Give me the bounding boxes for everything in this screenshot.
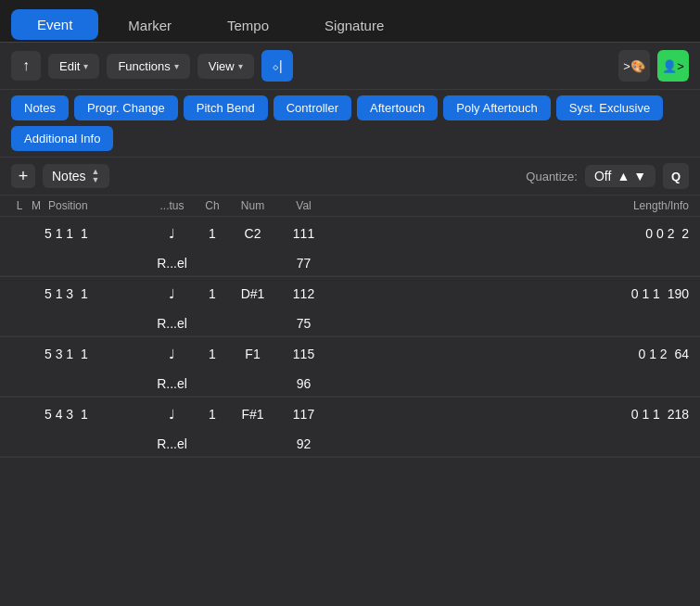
tab-event[interactable]: Event xyxy=(11,9,98,40)
cell-l-1 xyxy=(11,217,28,250)
sub-num-3 xyxy=(227,371,278,396)
cell-length-4: 0 1 1 218 xyxy=(329,398,689,431)
filter-pitch-bend[interactable]: Pitch Bend xyxy=(184,95,268,120)
col-header-status: ...tus xyxy=(146,199,197,212)
cell-val-3: 115 xyxy=(278,337,329,371)
sub-pos-3 xyxy=(45,371,146,396)
filter-row: Notes Progr. Change Pitch Bend Controlle… xyxy=(0,90,700,158)
event-type-selector[interactable]: Notes ▲ ▼ xyxy=(43,164,109,188)
functions-menu-button[interactable]: Functions ▾ xyxy=(107,54,189,79)
table-header: L M Position ...tus Ch Num Val Length/In… xyxy=(0,196,700,217)
cell-val-1: 111 xyxy=(278,217,329,250)
cell-status-3: ♩ xyxy=(146,337,197,371)
sub-status-1: R...el xyxy=(146,250,197,275)
toolbar: ↑ Edit ▾ Functions ▾ View ▾ ⬦| >🎨 👤> xyxy=(0,43,700,90)
sub-ch-2 xyxy=(197,310,227,335)
edit-chevron-icon: ▾ xyxy=(83,61,88,71)
cell-position-2: 5 1 3 1 xyxy=(45,277,146,310)
table-body: 5 1 1 1 ♩ 1 C2 111 0 0 2 2 R...el 77 xyxy=(0,217,700,606)
view-menu-button[interactable]: View ▾ xyxy=(197,54,254,79)
q-button[interactable]: Q xyxy=(663,163,689,189)
cell-num-4: F#1 xyxy=(227,398,278,431)
col-header-position: Position xyxy=(45,199,146,212)
filter-poly-aftertouch[interactable]: Poly Aftertouch xyxy=(443,95,550,120)
sub-val-2: 75 xyxy=(278,310,329,335)
event-row-4-sub: R...el 92 xyxy=(0,431,700,457)
palette-button[interactable]: >🎨 xyxy=(618,50,650,82)
filter-syst-exclusive[interactable]: Syst. Exclusive xyxy=(556,95,663,120)
cell-val-2: 112 xyxy=(278,277,329,310)
up-arrow-icon: ↑ xyxy=(22,57,30,74)
filter-aftertouch[interactable]: Aftertouch xyxy=(357,95,438,120)
cell-m-4 xyxy=(28,398,45,431)
tab-marker[interactable]: Marker xyxy=(102,9,197,42)
filter-controller[interactable]: Controller xyxy=(274,95,351,120)
sub-val-3: 96 xyxy=(278,371,329,396)
table-row[interactable]: 5 1 3 1 ♩ 1 D#1 112 0 1 1 190 R...el 75 xyxy=(0,277,700,337)
quantize-label: Quantize: xyxy=(526,170,578,183)
sub-pos-4 xyxy=(45,431,146,456)
event-row-1-sub: R...el 77 xyxy=(0,250,700,276)
quantize-selector[interactable]: Off ▲ ▼ xyxy=(585,165,655,187)
sub-ch-3 xyxy=(197,371,227,396)
col-header-num: Num xyxy=(227,199,278,212)
back-button[interactable]: ↑ xyxy=(11,51,41,81)
cell-status-1: ♩ xyxy=(146,217,197,250)
quantize-section: Quantize: Off ▲ ▼ Q xyxy=(526,163,689,189)
edit-menu-button[interactable]: Edit ▾ xyxy=(48,54,99,79)
col-header-m: M xyxy=(28,199,45,212)
edit-label: Edit xyxy=(59,59,80,73)
cell-m-3 xyxy=(28,337,45,371)
tab-tempo[interactable]: Tempo xyxy=(201,9,295,42)
filter-additional-info[interactable]: Additional Info xyxy=(11,126,113,151)
sub-ch-4 xyxy=(197,431,227,456)
midi-icon-button[interactable]: ⬦| xyxy=(261,50,293,82)
sub-pos-1 xyxy=(45,250,146,275)
cell-status-4: ♩ xyxy=(146,398,197,431)
sub-l-3 xyxy=(11,371,28,396)
add-event-button[interactable]: + xyxy=(11,164,35,188)
cell-num-3: F1 xyxy=(227,337,278,371)
type-arrows-icon: ▲ ▼ xyxy=(92,168,100,184)
cell-l-4 xyxy=(11,398,28,431)
event-row-2-sub: R...el 75 xyxy=(0,310,700,336)
sub-status-2: R...el xyxy=(146,310,197,335)
event-row-1-main: 5 1 1 1 ♩ 1 C2 111 0 0 2 2 xyxy=(0,217,700,250)
sub-length-1 xyxy=(329,250,689,275)
person-icon: 👤> xyxy=(662,59,684,73)
table-row[interactable]: 5 1 1 1 ♩ 1 C2 111 0 0 2 2 R...el 77 xyxy=(0,217,700,277)
quantize-value: Off xyxy=(594,169,611,183)
person-button[interactable]: 👤> xyxy=(657,50,689,82)
sub-pos-2 xyxy=(45,310,146,335)
sub-m-2 xyxy=(28,310,45,335)
sub-ch-1 xyxy=(197,250,227,275)
event-row-4-main: 5 4 3 1 ♩ 1 F#1 117 0 1 1 218 xyxy=(0,398,700,431)
event-row-2-main: 5 1 3 1 ♩ 1 D#1 112 0 1 1 190 xyxy=(0,277,700,310)
sub-m-3 xyxy=(28,371,45,396)
sub-num-4 xyxy=(227,431,278,456)
sub-m-4 xyxy=(28,431,45,456)
cell-m-2 xyxy=(28,277,45,310)
functions-label: Functions xyxy=(118,59,170,73)
filter-progr-change[interactable]: Progr. Change xyxy=(74,95,178,120)
table-row[interactable]: 5 4 3 1 ♩ 1 F#1 117 0 1 1 218 R...el 92 xyxy=(0,398,700,458)
view-chevron-icon: ▾ xyxy=(238,61,243,71)
table-row[interactable]: 5 3 1 1 ♩ 1 F1 115 0 1 2 64 R...el 96 xyxy=(0,337,700,398)
filter-notes[interactable]: Notes xyxy=(11,95,69,120)
cell-length-1: 0 0 2 2 xyxy=(329,217,689,250)
col-header-val: Val xyxy=(278,199,329,212)
cell-status-2: ♩ xyxy=(146,277,197,310)
sub-num-1 xyxy=(227,250,278,275)
cell-length-2: 0 1 1 190 xyxy=(329,277,689,310)
cell-val-4: 117 xyxy=(278,398,329,431)
cell-ch-1: 1 xyxy=(197,217,227,250)
cell-l-2 xyxy=(11,277,28,310)
midi-icon: ⬦| xyxy=(272,58,283,73)
tab-signature[interactable]: Signature xyxy=(299,9,410,42)
sub-val-1: 77 xyxy=(278,250,329,275)
cell-ch-4: 1 xyxy=(197,398,227,431)
sub-status-4: R...el xyxy=(146,431,197,456)
cell-position-4: 5 4 3 1 xyxy=(45,398,146,431)
sub-l-4 xyxy=(11,431,28,456)
functions-chevron-icon: ▾ xyxy=(174,61,179,71)
